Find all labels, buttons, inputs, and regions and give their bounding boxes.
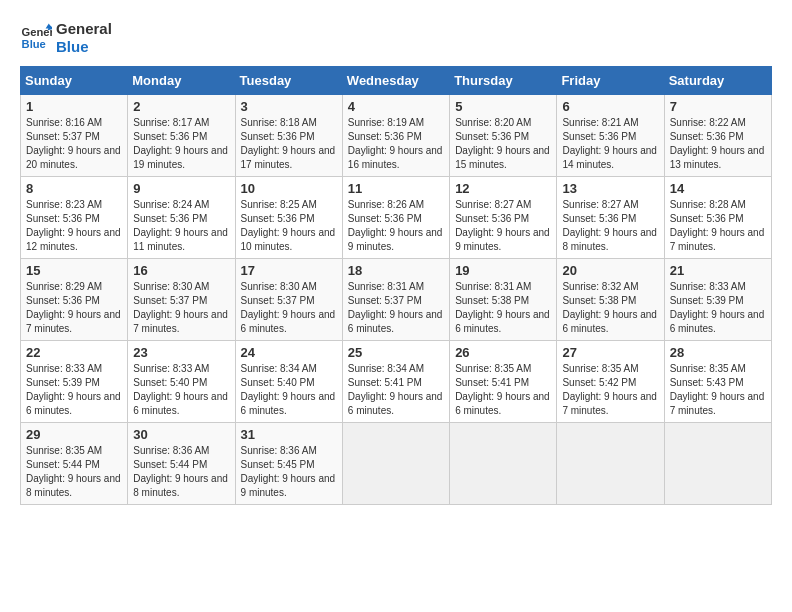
calendar-day-cell: 12 Sunrise: 8:27 AM Sunset: 5:36 PM Dayl… — [450, 177, 557, 259]
day-number: 24 — [241, 345, 337, 360]
day-info: Sunrise: 8:30 AM Sunset: 5:37 PM Dayligh… — [133, 280, 229, 336]
calendar-week-row: 29 Sunrise: 8:35 AM Sunset: 5:44 PM Dayl… — [21, 423, 772, 505]
day-info: Sunrise: 8:35 AM Sunset: 5:43 PM Dayligh… — [670, 362, 766, 418]
calendar-day-cell: 19 Sunrise: 8:31 AM Sunset: 5:38 PM Dayl… — [450, 259, 557, 341]
calendar-day-cell: 1 Sunrise: 8:16 AM Sunset: 5:37 PM Dayli… — [21, 95, 128, 177]
calendar-day-cell: 16 Sunrise: 8:30 AM Sunset: 5:37 PM Dayl… — [128, 259, 235, 341]
page-header: General Blue General Blue — [20, 20, 772, 56]
calendar-day-cell: 27 Sunrise: 8:35 AM Sunset: 5:42 PM Dayl… — [557, 341, 664, 423]
calendar-day-cell — [557, 423, 664, 505]
calendar-day-cell: 7 Sunrise: 8:22 AM Sunset: 5:36 PM Dayli… — [664, 95, 771, 177]
calendar-week-row: 1 Sunrise: 8:16 AM Sunset: 5:37 PM Dayli… — [21, 95, 772, 177]
calendar-day-cell: 20 Sunrise: 8:32 AM Sunset: 5:38 PM Dayl… — [557, 259, 664, 341]
calendar-day-cell: 30 Sunrise: 8:36 AM Sunset: 5:44 PM Dayl… — [128, 423, 235, 505]
calendar-header-cell: Saturday — [664, 67, 771, 95]
calendar-day-cell: 11 Sunrise: 8:26 AM Sunset: 5:36 PM Dayl… — [342, 177, 449, 259]
day-number: 2 — [133, 99, 229, 114]
calendar-header-cell: Thursday — [450, 67, 557, 95]
day-info: Sunrise: 8:19 AM Sunset: 5:36 PM Dayligh… — [348, 116, 444, 172]
day-number: 19 — [455, 263, 551, 278]
logo-general: General — [56, 20, 112, 37]
day-info: Sunrise: 8:23 AM Sunset: 5:36 PM Dayligh… — [26, 198, 122, 254]
calendar-day-cell: 8 Sunrise: 8:23 AM Sunset: 5:36 PM Dayli… — [21, 177, 128, 259]
day-number: 26 — [455, 345, 551, 360]
day-info: Sunrise: 8:27 AM Sunset: 5:36 PM Dayligh… — [455, 198, 551, 254]
calendar-day-cell: 23 Sunrise: 8:33 AM Sunset: 5:40 PM Dayl… — [128, 341, 235, 423]
day-number: 14 — [670, 181, 766, 196]
calendar-day-cell: 14 Sunrise: 8:28 AM Sunset: 5:36 PM Dayl… — [664, 177, 771, 259]
day-number: 13 — [562, 181, 658, 196]
calendar-week-row: 8 Sunrise: 8:23 AM Sunset: 5:36 PM Dayli… — [21, 177, 772, 259]
calendar-day-cell: 13 Sunrise: 8:27 AM Sunset: 5:36 PM Dayl… — [557, 177, 664, 259]
day-number: 8 — [26, 181, 122, 196]
calendar-day-cell: 29 Sunrise: 8:35 AM Sunset: 5:44 PM Dayl… — [21, 423, 128, 505]
calendar-day-cell: 4 Sunrise: 8:19 AM Sunset: 5:36 PM Dayli… — [342, 95, 449, 177]
day-number: 15 — [26, 263, 122, 278]
day-number: 5 — [455, 99, 551, 114]
day-info: Sunrise: 8:33 AM Sunset: 5:40 PM Dayligh… — [133, 362, 229, 418]
day-number: 17 — [241, 263, 337, 278]
calendar-day-cell: 28 Sunrise: 8:35 AM Sunset: 5:43 PM Dayl… — [664, 341, 771, 423]
day-number: 31 — [241, 427, 337, 442]
day-info: Sunrise: 8:22 AM Sunset: 5:36 PM Dayligh… — [670, 116, 766, 172]
day-number: 21 — [670, 263, 766, 278]
calendar-week-row: 22 Sunrise: 8:33 AM Sunset: 5:39 PM Dayl… — [21, 341, 772, 423]
day-info: Sunrise: 8:16 AM Sunset: 5:37 PM Dayligh… — [26, 116, 122, 172]
day-number: 16 — [133, 263, 229, 278]
day-number: 23 — [133, 345, 229, 360]
day-info: Sunrise: 8:31 AM Sunset: 5:37 PM Dayligh… — [348, 280, 444, 336]
day-info: Sunrise: 8:36 AM Sunset: 5:44 PM Dayligh… — [133, 444, 229, 500]
day-number: 10 — [241, 181, 337, 196]
calendar-day-cell — [664, 423, 771, 505]
calendar-day-cell: 31 Sunrise: 8:36 AM Sunset: 5:45 PM Dayl… — [235, 423, 342, 505]
day-info: Sunrise: 8:33 AM Sunset: 5:39 PM Dayligh… — [26, 362, 122, 418]
day-number: 7 — [670, 99, 766, 114]
day-number: 6 — [562, 99, 658, 114]
calendar-day-cell: 15 Sunrise: 8:29 AM Sunset: 5:36 PM Dayl… — [21, 259, 128, 341]
day-number: 4 — [348, 99, 444, 114]
day-number: 22 — [26, 345, 122, 360]
day-info: Sunrise: 8:21 AM Sunset: 5:36 PM Dayligh… — [562, 116, 658, 172]
day-info: Sunrise: 8:17 AM Sunset: 5:36 PM Dayligh… — [133, 116, 229, 172]
day-number: 30 — [133, 427, 229, 442]
day-number: 18 — [348, 263, 444, 278]
day-number: 3 — [241, 99, 337, 114]
day-info: Sunrise: 8:32 AM Sunset: 5:38 PM Dayligh… — [562, 280, 658, 336]
day-number: 29 — [26, 427, 122, 442]
day-info: Sunrise: 8:34 AM Sunset: 5:41 PM Dayligh… — [348, 362, 444, 418]
day-info: Sunrise: 8:33 AM Sunset: 5:39 PM Dayligh… — [670, 280, 766, 336]
day-number: 9 — [133, 181, 229, 196]
calendar-header-cell: Wednesday — [342, 67, 449, 95]
day-number: 12 — [455, 181, 551, 196]
logo: General Blue General Blue — [20, 20, 112, 56]
day-info: Sunrise: 8:27 AM Sunset: 5:36 PM Dayligh… — [562, 198, 658, 254]
day-info: Sunrise: 8:28 AM Sunset: 5:36 PM Dayligh… — [670, 198, 766, 254]
calendar-header-cell: Friday — [557, 67, 664, 95]
calendar-day-cell: 6 Sunrise: 8:21 AM Sunset: 5:36 PM Dayli… — [557, 95, 664, 177]
calendar-header-row: SundayMondayTuesdayWednesdayThursdayFrid… — [21, 67, 772, 95]
day-info: Sunrise: 8:34 AM Sunset: 5:40 PM Dayligh… — [241, 362, 337, 418]
calendar-day-cell: 5 Sunrise: 8:20 AM Sunset: 5:36 PM Dayli… — [450, 95, 557, 177]
calendar-header-cell: Sunday — [21, 67, 128, 95]
calendar-day-cell: 21 Sunrise: 8:33 AM Sunset: 5:39 PM Dayl… — [664, 259, 771, 341]
day-number: 28 — [670, 345, 766, 360]
calendar-header-cell: Monday — [128, 67, 235, 95]
day-info: Sunrise: 8:20 AM Sunset: 5:36 PM Dayligh… — [455, 116, 551, 172]
day-info: Sunrise: 8:24 AM Sunset: 5:36 PM Dayligh… — [133, 198, 229, 254]
calendar-table: SundayMondayTuesdayWednesdayThursdayFrid… — [20, 66, 772, 505]
calendar-day-cell: 18 Sunrise: 8:31 AM Sunset: 5:37 PM Dayl… — [342, 259, 449, 341]
calendar-day-cell: 17 Sunrise: 8:30 AM Sunset: 5:37 PM Dayl… — [235, 259, 342, 341]
day-number: 20 — [562, 263, 658, 278]
day-number: 11 — [348, 181, 444, 196]
calendar-week-row: 15 Sunrise: 8:29 AM Sunset: 5:36 PM Dayl… — [21, 259, 772, 341]
calendar-day-cell — [342, 423, 449, 505]
calendar-day-cell: 22 Sunrise: 8:33 AM Sunset: 5:39 PM Dayl… — [21, 341, 128, 423]
day-info: Sunrise: 8:25 AM Sunset: 5:36 PM Dayligh… — [241, 198, 337, 254]
calendar-day-cell: 25 Sunrise: 8:34 AM Sunset: 5:41 PM Dayl… — [342, 341, 449, 423]
calendar-day-cell: 3 Sunrise: 8:18 AM Sunset: 5:36 PM Dayli… — [235, 95, 342, 177]
svg-text:Blue: Blue — [22, 38, 46, 50]
calendar-header-cell: Tuesday — [235, 67, 342, 95]
logo-icon: General Blue — [20, 22, 52, 54]
day-info: Sunrise: 8:30 AM Sunset: 5:37 PM Dayligh… — [241, 280, 337, 336]
logo-blue: Blue — [56, 38, 89, 55]
